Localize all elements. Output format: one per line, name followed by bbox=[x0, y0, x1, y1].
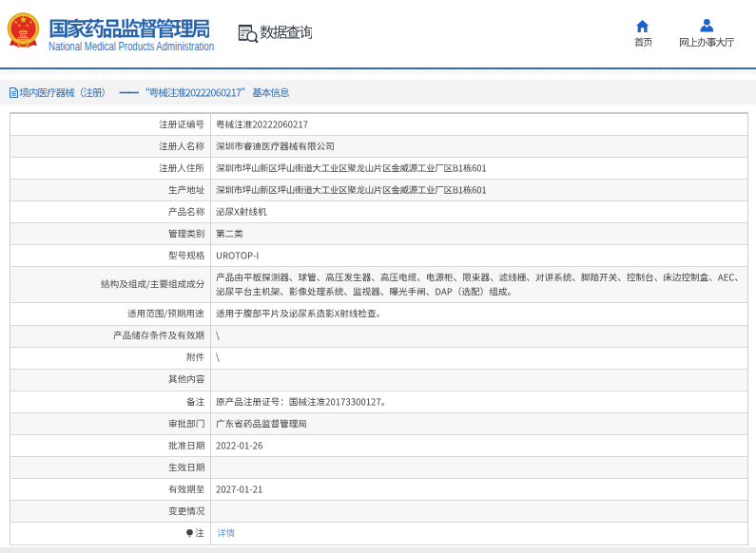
svg-text:National Medical Products Admi: National Medical Products Administration bbox=[48, 40, 214, 52]
